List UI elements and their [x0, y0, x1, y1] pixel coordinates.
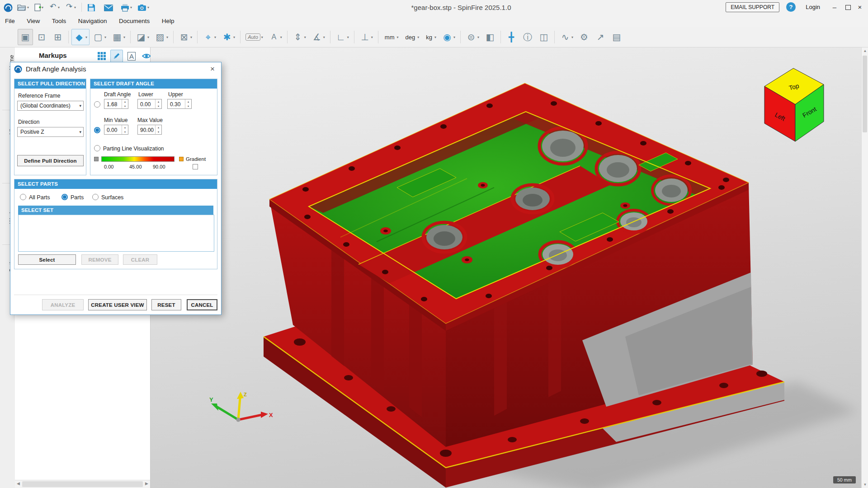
min-max-radio[interactable] [94, 127, 100, 133]
alignment-button[interactable]: ⊥▾ [357, 29, 375, 45]
menu-help[interactable]: Help [157, 15, 179, 27]
orientation-cube[interactable]: Top Left Front [762, 66, 826, 144]
shape-markup-button[interactable]: ▢▾ [90, 29, 108, 45]
info-button[interactable]: ⓘ [520, 29, 535, 45]
spin-up-icon[interactable]: ▴ [156, 125, 161, 130]
unit-mass-button[interactable]: kg▾ [422, 29, 439, 45]
upper-field[interactable]: 0.30 ▴▾ [167, 99, 192, 109]
dropdown-caret[interactable]: ▾ [280, 35, 282, 39]
spin-down-icon[interactable]: ▾ [185, 104, 191, 108]
dropdown-caret[interactable]: ▾ [85, 35, 87, 39]
delete-markup-button[interactable]: ⊠▾ [176, 29, 194, 45]
min-value-field[interactable]: 0.00 ▴▾ [104, 125, 128, 135]
minimize-button[interactable]: – [829, 3, 840, 11]
dropdown-caret[interactable]: ▾ [453, 35, 455, 39]
dropdown-caret[interactable]: ▾ [214, 35, 216, 39]
parts-radio[interactable] [61, 194, 68, 200]
menu-view[interactable]: View [22, 15, 45, 27]
restore-button[interactable] [845, 5, 851, 10]
dropdown-caret[interactable]: ▾ [166, 35, 168, 39]
spin-up-icon[interactable]: ▴ [122, 99, 128, 104]
menu-file[interactable]: File [0, 15, 20, 27]
settings-button[interactable]: ⚙ [576, 29, 592, 45]
measurement-button[interactable]: ⌖▾ [200, 29, 218, 45]
unit-length-button[interactable]: mm▾ [381, 29, 401, 45]
reference-frame-select[interactable]: (Global Coordinates) ▾ [17, 101, 84, 111]
spin-up-icon[interactable]: ▴ [122, 125, 128, 130]
menu-navigation[interactable]: Navigation [73, 15, 112, 27]
select-button[interactable]: Select [18, 254, 76, 265]
gradient-end-swatch[interactable] [179, 157, 184, 161]
dropdown-caret[interactable]: ▾ [147, 35, 149, 39]
spin-down-icon[interactable]: ▾ [122, 104, 128, 108]
open-file-caret[interactable]: ▾ [27, 5, 29, 9]
spin-down-icon[interactable]: ▾ [122, 130, 128, 134]
scroll-down-arrow[interactable]: ▼ [862, 483, 868, 487]
scroll-right-arrow[interactable]: ▶ [145, 481, 148, 486]
dropdown-caret[interactable]: ▾ [347, 35, 349, 39]
auto-redline-button[interactable]: Auto▾ [243, 29, 265, 45]
vertical-scrollbar[interactable]: ▲ ▼ [861, 47, 868, 488]
dropdown-caret[interactable]: ▾ [323, 35, 325, 39]
email-support-button[interactable]: EMAIL SUPPORT [726, 2, 779, 12]
surfaces-radio[interactable] [92, 194, 99, 200]
dropdown-caret[interactable]: ▾ [190, 35, 192, 39]
spin-down-icon[interactable]: ▾ [156, 130, 161, 134]
new-document-caret[interactable]: ▾ [42, 5, 43, 9]
draft-angle-radio[interactable] [94, 101, 100, 108]
define-pull-direction-button[interactable]: Define Pull Direction [17, 155, 84, 166]
spin-down-icon[interactable]: ▾ [156, 104, 161, 108]
all-parts-radio[interactable] [20, 194, 26, 200]
dropdown-caret[interactable]: ▾ [261, 35, 263, 39]
draft-angle-field[interactable]: 1.68 ▴▾ [104, 99, 128, 109]
spin-up-icon[interactable]: ▴ [185, 99, 191, 104]
scroll-left-arrow[interactable]: ◀ [17, 481, 20, 486]
material-button[interactable]: ▨▾ [152, 29, 170, 45]
dropdown-caret[interactable]: ▾ [104, 35, 106, 39]
analyze-button[interactable]: ANALYZE [42, 299, 84, 310]
linear-dimension-button[interactable]: ⇕▾ [290, 29, 308, 45]
pop-out-button[interactable]: ↗ [593, 29, 608, 45]
text-annotation-button[interactable]: A▾ [266, 29, 284, 45]
dropdown-caret[interactable]: ▾ [571, 35, 573, 39]
scrollbar-thumb[interactable] [863, 56, 867, 132]
max-value-field[interactable]: 90.00 ▴▾ [137, 125, 162, 135]
create-user-view-button[interactable]: CREATE USER VIEW [88, 299, 147, 310]
render-mode-button[interactable]: ⊜▾ [463, 29, 481, 45]
cancel-button[interactable]: CANCEL [187, 299, 217, 310]
clear-button[interactable]: CLEAR [123, 254, 157, 265]
gradient-checkbox[interactable] [193, 164, 198, 169]
spin-up-icon[interactable]: ▴ [156, 99, 161, 104]
open-file-icon[interactable] [16, 2, 27, 13]
copy-view-button[interactable]: ⊞ [50, 29, 66, 45]
axis-display-button[interactable]: ╋ [504, 29, 519, 45]
scroll-up-arrow[interactable]: ▲ [862, 49, 868, 53]
scrollbar-thumb[interactable] [22, 481, 143, 487]
unit-angle-button[interactable]: deg▾ [402, 29, 422, 45]
login-button[interactable]: Login [806, 4, 820, 10]
help-icon[interactable]: ? [786, 2, 796, 12]
dropdown-caret[interactable]: ▾ [233, 35, 235, 39]
dropdown-caret[interactable]: ▾ [397, 35, 399, 39]
part-color-button[interactable]: ◧ [482, 29, 498, 45]
corner-dimension-button[interactable]: ∟▾ [333, 29, 351, 45]
dropdown-caret[interactable]: ▾ [304, 35, 306, 39]
menu-documents[interactable]: Documents [114, 15, 155, 27]
ink-annotation-button[interactable]: ◆▾ [71, 29, 90, 45]
dropdown-caret[interactable]: ▾ [371, 35, 373, 39]
direction-select[interactable]: Positive Z ▾ [17, 127, 84, 137]
dropdown-caret[interactable]: ▾ [434, 35, 436, 39]
orbit-tool-button[interactable]: ⊡ [34, 29, 49, 45]
compare-button[interactable]: ◫ [536, 29, 552, 45]
close-button[interactable]: × [854, 3, 865, 11]
dialog-close-icon[interactable]: × [208, 65, 217, 74]
view-layout-button[interactable]: ▦▾ [109, 29, 127, 45]
parting-line-radio[interactable] [94, 145, 100, 151]
reset-button[interactable]: RESET [151, 299, 181, 310]
cross-section-button[interactable]: ◪▾ [133, 29, 151, 45]
draw-markup-icon[interactable] [110, 50, 123, 62]
menu-tools[interactable]: Tools [47, 15, 71, 27]
remove-button[interactable]: REMOVE [81, 254, 118, 265]
dropdown-caret[interactable]: ▾ [417, 35, 419, 39]
viewport-3d[interactable]: Top Left Front Y X Z 50 mm [151, 47, 861, 488]
